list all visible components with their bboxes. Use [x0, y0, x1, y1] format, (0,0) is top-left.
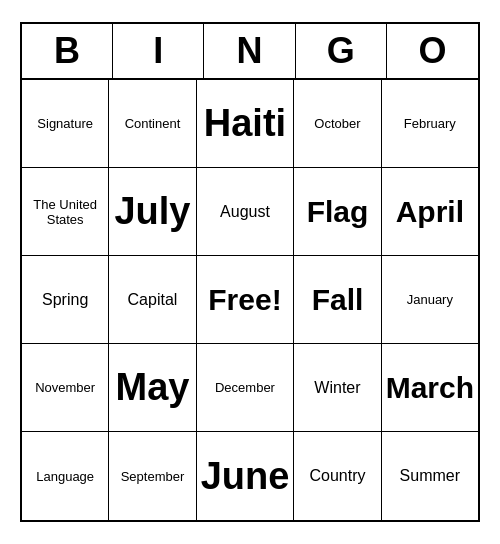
bingo-cell: April	[382, 168, 478, 256]
header-letter: G	[296, 24, 387, 78]
bingo-grid: SignatureContinentHaitiOctoberFebruaryTh…	[22, 80, 478, 520]
bingo-cell: June	[197, 432, 295, 520]
bingo-cell: Language	[22, 432, 109, 520]
bingo-cell: May	[109, 344, 196, 432]
bingo-cell: November	[22, 344, 109, 432]
bingo-cell: January	[382, 256, 478, 344]
bingo-cell: February	[382, 80, 478, 168]
bingo-cell: July	[109, 168, 196, 256]
bingo-cell: Fall	[294, 256, 381, 344]
bingo-cell: March	[382, 344, 478, 432]
bingo-cell: Summer	[382, 432, 478, 520]
bingo-cell: Free!	[197, 256, 295, 344]
bingo-cell: The United States	[22, 168, 109, 256]
header-letter: N	[204, 24, 295, 78]
bingo-card: BINGO SignatureContinentHaitiOctoberFebr…	[20, 22, 480, 522]
bingo-cell: Capital	[109, 256, 196, 344]
bingo-cell: October	[294, 80, 381, 168]
bingo-cell: December	[197, 344, 295, 432]
bingo-cell: Continent	[109, 80, 196, 168]
bingo-cell: August	[197, 168, 295, 256]
header-letter: B	[22, 24, 113, 78]
header-letter: O	[387, 24, 478, 78]
bingo-cell: Spring	[22, 256, 109, 344]
bingo-cell: Winter	[294, 344, 381, 432]
header-letter: I	[113, 24, 204, 78]
bingo-cell: Flag	[294, 168, 381, 256]
bingo-cell: Haiti	[197, 80, 295, 168]
bingo-cell: Country	[294, 432, 381, 520]
bingo-header: BINGO	[22, 24, 478, 80]
bingo-cell: September	[109, 432, 196, 520]
bingo-cell: Signature	[22, 80, 109, 168]
